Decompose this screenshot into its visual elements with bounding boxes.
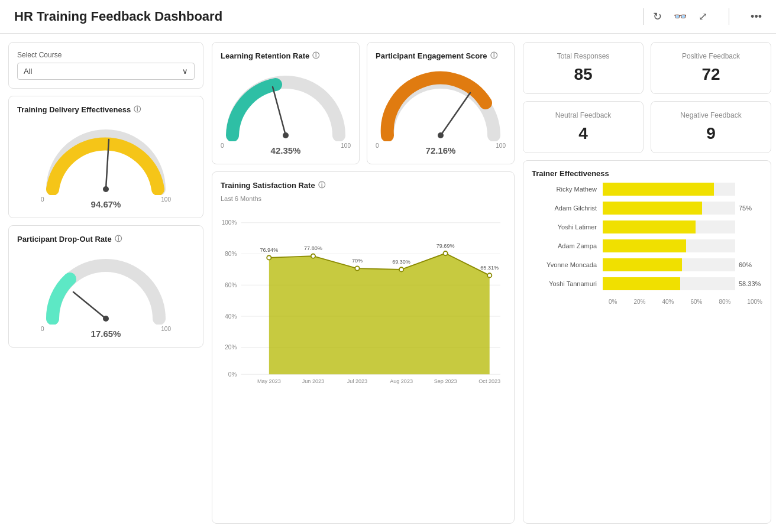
- engagement-gauge-svg: [376, 70, 506, 141]
- stat-total-responses-label: Total Responses: [533, 52, 633, 60]
- engagement-value: 72.16%: [426, 145, 456, 155]
- satisfaction-title: Training Satisfaction Rate ⓘ: [221, 180, 506, 190]
- middle-panel: Learning Retention Rate ⓘ 0: [212, 42, 515, 524]
- stat-negative-feedback-label: Negative Feedback: [661, 111, 761, 119]
- bar-fill: [603, 277, 680, 290]
- satisfaction-chart: 100% 80% 60% 40% 20% 0%: [221, 207, 506, 396]
- trainer-name: Yoshi Tannamuri: [532, 280, 603, 287]
- dashboard: HR Training Feedback Dashboard ↻ 👓 ⤢ •••…: [0, 0, 776, 532]
- select-course-card: Select Course All ∨: [8, 42, 203, 89]
- bar-fill: [603, 183, 714, 196]
- bar-track: [603, 277, 735, 290]
- more-icon[interactable]: •••: [751, 11, 762, 23]
- select-course-label: Select Course: [17, 51, 195, 59]
- engagement-info-icon[interactable]: ⓘ: [490, 51, 497, 61]
- engagement-title: Participant Engagement Score ⓘ: [376, 51, 506, 61]
- svg-point-21: [267, 255, 271, 259]
- svg-text:79.69%: 79.69%: [436, 243, 455, 249]
- trainer-name: Ricky Mathew: [532, 186, 603, 193]
- retention-gauge-svg: [221, 70, 351, 141]
- svg-text:40%: 40%: [225, 313, 237, 320]
- svg-text:0%: 0%: [228, 371, 237, 378]
- satisfaction-info-icon[interactable]: ⓘ: [318, 180, 325, 190]
- stat-neutral-feedback: Neutral Feedback 4: [523, 101, 644, 153]
- list-item: Ricky Mathew: [532, 183, 762, 196]
- satisfaction-chart-svg: 100% 80% 60% 40% 20% 0%: [221, 207, 506, 390]
- svg-point-22: [311, 254, 315, 258]
- stat-neutral-feedback-value: 4: [533, 124, 633, 143]
- svg-text:100%: 100%: [222, 219, 237, 226]
- svg-point-3: [103, 316, 109, 322]
- trainer-name: Adam Gilchrist: [532, 205, 603, 212]
- engagement-card: Participant Engagement Score ⓘ 0: [367, 42, 515, 164]
- bar-track: [603, 258, 735, 271]
- svg-point-7: [438, 132, 444, 138]
- svg-text:Jun 2023: Jun 2023: [302, 378, 324, 384]
- bar-track: [603, 239, 735, 252]
- bar-pct: 58.33%: [739, 280, 762, 287]
- retention-card: Learning Retention Rate ⓘ 0: [212, 42, 360, 164]
- svg-text:May 2023: May 2023: [257, 378, 281, 384]
- svg-text:70%: 70%: [352, 258, 363, 264]
- header-divider2: [729, 8, 729, 25]
- stat-positive-feedback: Positive Feedback 72: [651, 42, 771, 94]
- stat-positive-feedback-value: 72: [661, 65, 761, 84]
- header-divider: [643, 8, 644, 25]
- training-delivery-title: Training Delivery Effectiveness ⓘ: [17, 105, 195, 115]
- dropout-rate-value: 17.65%: [91, 329, 121, 339]
- svg-point-26: [487, 273, 492, 277]
- bar-track: [603, 183, 735, 196]
- svg-line-2: [73, 292, 106, 319]
- bar-fill: [603, 202, 702, 215]
- page-title: HR Training Feedback Dashboard: [14, 9, 633, 24]
- svg-point-24: [399, 267, 403, 271]
- svg-point-23: [355, 266, 359, 270]
- bar-pct: 60%: [739, 261, 762, 268]
- svg-point-1: [103, 186, 109, 192]
- retention-value: 42.35%: [271, 145, 301, 155]
- bar-fill: [603, 220, 696, 233]
- svg-text:80%: 80%: [225, 251, 237, 257]
- svg-line-4: [273, 87, 286, 135]
- svg-marker-20: [269, 254, 490, 375]
- trainer-name: Adam Zampa: [532, 242, 603, 249]
- refresh-icon[interactable]: ↻: [653, 10, 662, 23]
- bar-track: [603, 202, 735, 215]
- svg-text:60%: 60%: [225, 282, 237, 288]
- stat-negative-feedback-value: 9: [661, 124, 761, 143]
- training-delivery-card: Training Delivery Effectiveness ⓘ 0: [8, 96, 203, 218]
- list-item: Yvonne Moncada 60%: [532, 258, 762, 271]
- dropout-rate-info-icon[interactable]: ⓘ: [115, 234, 122, 244]
- right-panel: Total Responses 85 Positive Feedback 72 …: [523, 42, 771, 524]
- svg-text:69.30%: 69.30%: [392, 259, 410, 265]
- retention-info-icon[interactable]: ⓘ: [312, 51, 319, 61]
- svg-point-25: [444, 251, 448, 255]
- dropout-rate-gauge: 0 100 17.65%: [17, 249, 195, 339]
- expand-icon[interactable]: ⤢: [699, 10, 707, 23]
- svg-line-6: [441, 93, 470, 135]
- training-delivery-info-icon[interactable]: ⓘ: [134, 105, 141, 115]
- trainer-name: Yvonne Moncada: [532, 261, 603, 268]
- svg-text:20%: 20%: [225, 344, 237, 351]
- list-item: Yoshi Latimer: [532, 220, 762, 233]
- bar-fill: [603, 239, 686, 252]
- left-panel: Select Course All ∨ Training Delivery Ef…: [8, 42, 203, 524]
- stat-positive-feedback-label: Positive Feedback: [661, 52, 761, 60]
- select-course-value: All: [24, 67, 32, 76]
- trainer-effectiveness-title: Trainer Effectiveness: [532, 169, 762, 178]
- chevron-down-icon: ∨: [182, 67, 188, 76]
- stats-grid: Total Responses 85 Positive Feedback 72 …: [523, 42, 771, 153]
- gauges-row: Learning Retention Rate ⓘ 0: [212, 42, 515, 164]
- bar-track: [603, 220, 735, 233]
- glasses-icon[interactable]: 👓: [674, 10, 687, 23]
- select-course-dropdown[interactable]: All ∨: [17, 63, 195, 80]
- svg-text:Jul 2023: Jul 2023: [347, 378, 367, 384]
- stat-total-responses: Total Responses 85: [523, 42, 644, 94]
- list-item: Adam Zampa: [532, 239, 762, 252]
- svg-text:77.80%: 77.80%: [304, 245, 322, 251]
- header: HR Training Feedback Dashboard ↻ 👓 ⤢ •••: [0, 0, 776, 34]
- stat-total-responses-value: 85: [533, 65, 633, 84]
- bar-axis: 0% 20% 40% 60% 80% 100%: [609, 296, 762, 305]
- stat-neutral-feedback-label: Neutral Feedback: [533, 111, 633, 119]
- satisfaction-subtitle: Last 6 Months: [221, 195, 506, 202]
